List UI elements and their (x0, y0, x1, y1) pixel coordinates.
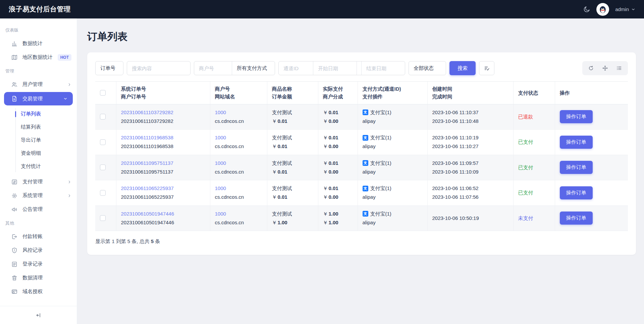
order-amount: ￥0.01 (272, 142, 313, 151)
operate-order-button[interactable]: 操作订单 (560, 136, 593, 149)
sidebar-item-label: 交易管理 (22, 96, 43, 102)
operate-order-button[interactable]: 操作订单 (560, 212, 593, 225)
sidebar-item-domain-auth[interactable]: 域名授权 (0, 285, 77, 298)
status-badge: 已支付 (518, 190, 533, 195)
sidebar-item-payout[interactable]: 付款转账 (0, 230, 77, 243)
site-domain: cs.cdncos.cn (215, 193, 262, 201)
status-select[interactable]: 全部状态 (409, 61, 446, 75)
submenu-export-orders[interactable]: 导出订单 (0, 134, 77, 147)
merchant-id-link[interactable]: 1000 (215, 108, 262, 117)
submenu-label: 导出订单 (21, 137, 41, 143)
chevron-down-icon (631, 7, 635, 11)
merchant-input[interactable] (194, 61, 232, 75)
sidebar-item-label: 数据清理 (22, 275, 43, 281)
sidebar-item-data-stats[interactable]: 数据统计 (0, 37, 77, 50)
site-domain: cs.cdncos.cn (215, 168, 262, 176)
header-actions: admin (583, 3, 635, 16)
start-date-input[interactable] (313, 61, 357, 75)
operate-order-button[interactable]: 操作订单 (560, 186, 593, 199)
submenu-settle-list[interactable]: 结算列表 (0, 121, 77, 134)
site-domain: cs.cdncos.cn (215, 117, 262, 126)
sidebar-item-region-stats[interactable]: 地区数据统计 HOT (0, 50, 77, 64)
pay-plugin: alipay (363, 142, 423, 151)
sidebar-item-label: 系统管理 (22, 192, 43, 199)
product-name: 支付测试 (272, 210, 313, 218)
channel-date-group (278, 61, 405, 75)
operate-order-button[interactable]: 操作订单 (560, 110, 593, 123)
product-name: 支付测试 (272, 133, 313, 142)
sidebar-collapse-button[interactable] (0, 306, 77, 324)
sidebar-item-trade-manage[interactable]: 交易管理 (4, 92, 73, 105)
submenu-label: 订单列表 (21, 111, 41, 117)
advanced-filter-button[interactable] (479, 61, 494, 75)
row-checkbox[interactable] (100, 190, 106, 196)
merchant-id-link[interactable]: 1000 (215, 159, 262, 168)
fullscreen-move-icon[interactable] (598, 62, 612, 74)
created-time: 2023-10-06 11:10:37 (432, 108, 508, 117)
sys-order-link[interactable]: 2023100611103729282 (121, 108, 205, 117)
submenu-pay-stats[interactable]: 支付统计 (0, 160, 77, 173)
user-menu[interactable]: admin (615, 6, 635, 12)
pagination-summary: 显示第 1 到第 5 条, 总共 5 条 (95, 238, 628, 245)
chevron-right-icon (67, 83, 71, 87)
sidebar-item-user-manage[interactable]: 用户管理 (0, 78, 77, 91)
refresh-icon[interactable] (584, 62, 598, 74)
users-icon (11, 81, 18, 88)
pay-method-select[interactable]: 所有支付方式 (232, 61, 275, 75)
table-row: 2023100610501947446 2023100610501947446 … (95, 205, 628, 231)
sys-order-link[interactable]: 2023100610501947446 (121, 210, 205, 218)
order-field-select[interactable]: 订单号 (95, 61, 123, 75)
sidebar-item-announcement[interactable]: 公告管理 (0, 202, 77, 216)
collapse-arrow-icon (36, 312, 42, 318)
submenu-label: 支付统计 (21, 163, 41, 170)
order-list-card: 订单号 所有支付方式 全部状态 搜索 (87, 52, 636, 255)
sys-order-link[interactable]: 2023100611095751137 (121, 159, 205, 168)
completed-time: 2023-10-06 11:10:27 (432, 142, 508, 151)
submenu-order-list[interactable]: 订单列表 (0, 107, 77, 121)
merchant-id-link[interactable]: 1000 (215, 133, 262, 142)
columns-list-icon[interactable] (612, 62, 626, 74)
sys-order-link[interactable]: 2023100611101968538 (121, 133, 205, 142)
pay-method: 支付宝(1) (370, 133, 391, 142)
channel-id-input[interactable] (279, 61, 313, 75)
sidebar-item-pay-manage[interactable]: 支付管理 (0, 175, 77, 189)
merch-order: 2023100611101968538 (121, 142, 205, 151)
app-title: 浪子易支付后台管理 (9, 5, 71, 14)
sidebar: 仪表版 数据统计 地区数据统计 HOT 管理 用户管理 交易管理 (0, 18, 77, 324)
select-all-checkbox[interactable] (100, 90, 106, 96)
row-checkbox[interactable] (100, 139, 106, 145)
order-amount: ￥0.01 (272, 168, 313, 176)
sidebar-item-data-clean[interactable]: 数据清理 (0, 271, 77, 285)
pay-method: 支付宝(1) (370, 159, 391, 168)
merch-order: 2023100611065225937 (121, 193, 205, 201)
user-avatar[interactable] (596, 3, 609, 16)
sidebar-item-system-manage[interactable]: 系统管理 (0, 189, 77, 202)
share-amount: ￥0.00 (323, 117, 353, 126)
operate-order-button[interactable]: 操作订单 (560, 161, 593, 174)
sidebar-section-other: 其他 (0, 216, 77, 230)
row-checkbox[interactable] (100, 114, 106, 120)
share-amount: ￥0.00 (323, 168, 353, 176)
product-name: 支付测试 (272, 159, 313, 168)
username: admin (615, 6, 629, 12)
order-field-value: 订单号 (100, 65, 115, 72)
theme-moon-icon[interactable] (583, 6, 590, 13)
merchant-id-link[interactable]: 1000 (215, 210, 262, 218)
search-button[interactable]: 搜索 (449, 61, 476, 75)
log-icon (11, 261, 18, 268)
merchant-id-link[interactable]: 1000 (215, 184, 262, 193)
pay-plugin: alipay (363, 117, 423, 126)
top-header: 浪子易支付后台管理 admin (0, 0, 644, 18)
row-checkbox[interactable] (100, 165, 106, 170)
sidebar-item-risk-log[interactable]: 风控记录 (0, 243, 77, 257)
sidebar-item-label: 公告管理 (22, 206, 43, 213)
merch-order: 2023100611095751137 (121, 168, 205, 176)
sys-order-link[interactable]: 2023100611065225937 (121, 184, 205, 193)
sidebar-item-login-log[interactable]: 登录记录 (0, 257, 77, 271)
trade-submenu: 订单列表 结算列表 导出订单 资金明细 支付统计 (0, 106, 77, 175)
row-checkbox[interactable] (100, 215, 106, 221)
active-indicator (15, 111, 16, 117)
submenu-fund-detail[interactable]: 资金明细 (0, 147, 77, 160)
end-date-input[interactable] (361, 61, 405, 75)
keyword-input[interactable] (127, 61, 191, 75)
